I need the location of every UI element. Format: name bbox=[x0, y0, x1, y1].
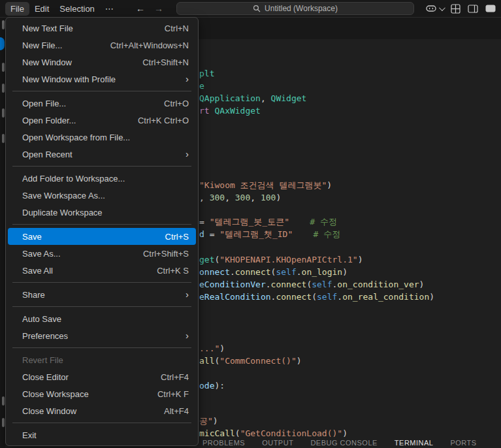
panel-tab-terminal[interactable]: TERMINAL bbox=[395, 439, 434, 448]
menu-item-shortcut: Ctrl+S bbox=[165, 232, 189, 242]
menu-item-label: Share bbox=[22, 290, 186, 300]
forward-icon[interactable]: → bbox=[154, 3, 163, 14]
file-menu: New Text FileCtrl+NNew File...Ctrl+Alt+W… bbox=[5, 17, 199, 446]
menu-separator bbox=[12, 91, 191, 91]
menu-separator bbox=[12, 282, 191, 283]
menu-item-shortcut: Ctrl+K S bbox=[157, 266, 189, 276]
menu-item-shortcut: Ctrl+O bbox=[164, 99, 189, 108]
menu-item-shortcut: Ctrl+K Ctrl+O bbox=[138, 116, 189, 125]
menubar: FileEditSelection⋯ bbox=[5, 0, 119, 17]
account-icon[interactable] bbox=[2, 396, 5, 406]
menu-item-label: Open Recent bbox=[22, 150, 186, 159]
menu-item-label: Auto Save bbox=[22, 314, 189, 324]
screen-layout-icon[interactable] bbox=[485, 5, 496, 12]
menu-item-duplicate-workspace[interactable]: Duplicate Workspace bbox=[8, 204, 196, 221]
menu-item-add-folder-to-workspace[interactable]: Add Folder to Workspace... bbox=[8, 170, 196, 187]
run-debug-icon[interactable] bbox=[2, 108, 5, 118]
menu-item-shortcut: Ctrl+N bbox=[165, 24, 189, 33]
explorer-badge bbox=[0, 37, 5, 50]
menu-item-preferences[interactable]: Preferences› bbox=[8, 327, 196, 344]
menu-separator bbox=[12, 423, 191, 423]
menu-item-label: Close Window bbox=[22, 406, 152, 416]
menu-item-new-file[interactable]: New File...Ctrl+Alt+Windows+N bbox=[8, 37, 196, 54]
menu-item-label: Duplicate Workspace bbox=[22, 208, 189, 217]
menu-item-close-window[interactable]: Close WindowAlt+F4 bbox=[8, 402, 196, 419]
menu-item-label: New Text File bbox=[22, 24, 153, 33]
menu-item-close-editor[interactable]: Close EditorCtrl+F4 bbox=[8, 368, 196, 385]
panel-tab-output[interactable]: OUTPUT bbox=[262, 439, 293, 448]
menubar-item-edit[interactable]: Edit bbox=[29, 2, 54, 16]
menu-item-label: Save As... bbox=[22, 249, 131, 259]
titlebar: FileEditSelection⋯ ← → Untitled (Workspa… bbox=[0, 0, 501, 18]
menu-item-label: Add Folder to Workspace... bbox=[22, 174, 189, 184]
search-icon bbox=[253, 5, 261, 12]
menu-item-label: Save All bbox=[22, 266, 145, 276]
menu-item-shortcut: Ctrl+K F bbox=[157, 389, 189, 399]
menu-item-shortcut: Ctrl+Shift+S bbox=[143, 249, 189, 259]
menu-item-open-file[interactable]: Open File...Ctrl+O bbox=[8, 95, 196, 112]
menu-item-label: Save bbox=[22, 232, 154, 242]
activity-bar bbox=[0, 17, 5, 448]
toggle-secondary-sidebar-icon[interactable] bbox=[468, 5, 478, 13]
chevron-down-icon bbox=[439, 5, 445, 11]
menu-item-shortcut: Ctrl+Shift+N bbox=[142, 57, 189, 67]
window-title: Untitled (Workspace) bbox=[265, 4, 338, 13]
history-nav: ← → bbox=[136, 0, 163, 17]
menu-item-revert-file: Revert File bbox=[8, 351, 196, 368]
menu-item-label: New Window bbox=[22, 57, 131, 67]
menu-item-save[interactable]: SaveCtrl+S bbox=[8, 228, 196, 245]
menu-separator bbox=[12, 166, 191, 167]
menu-separator bbox=[12, 347, 191, 348]
menu-item-label: Open File... bbox=[22, 99, 152, 108]
panel-tab-bar: PROBLEMSOUTPUTDEBUG CONSOLETERMINALPORTS bbox=[202, 439, 477, 448]
menu-separator bbox=[12, 306, 191, 307]
menu-item-label: Preferences bbox=[22, 331, 186, 341]
menu-item-new-text-file[interactable]: New Text FileCtrl+N bbox=[8, 20, 196, 37]
copilot-menu-button[interactable] bbox=[426, 5, 444, 12]
panel-tab-ports[interactable]: PORTS bbox=[450, 439, 476, 448]
panel-tab-problems[interactable]: PROBLEMS bbox=[202, 439, 245, 448]
back-icon[interactable]: ← bbox=[136, 3, 145, 14]
source-control-icon[interactable] bbox=[2, 84, 5, 93]
menu-item-shortcut: Ctrl+F4 bbox=[161, 372, 189, 382]
menu-separator bbox=[12, 224, 191, 225]
menu-item-save-all[interactable]: Save AllCtrl+K S bbox=[8, 262, 196, 279]
submenu-arrow-icon: › bbox=[186, 75, 189, 83]
menu-item-label: Exit bbox=[22, 430, 189, 440]
menu-item-label: Close Workspace bbox=[22, 389, 146, 399]
customize-layout-icon[interactable] bbox=[451, 4, 461, 14]
menu-item-save-as[interactable]: Save As...Ctrl+Shift+S bbox=[8, 245, 196, 262]
settings-gear-icon[interactable] bbox=[2, 418, 5, 427]
menu-item-open-workspace-from-file[interactable]: Open Workspace from File... bbox=[8, 129, 196, 146]
menu-item-exit[interactable]: Exit bbox=[8, 426, 196, 443]
menubar-item-selection[interactable]: Selection bbox=[54, 2, 99, 16]
submenu-arrow-icon: › bbox=[186, 291, 189, 298]
menu-item-open-folder[interactable]: Open Folder...Ctrl+K Ctrl+O bbox=[8, 112, 196, 129]
command-center[interactable]: Untitled (Workspace) bbox=[176, 2, 414, 15]
menu-item-label: Close Editor bbox=[22, 372, 149, 382]
menu-item-new-window[interactable]: New WindowCtrl+Shift+N bbox=[8, 54, 196, 71]
menu-item-new-window-with-profile[interactable]: New Window with Profile› bbox=[8, 71, 196, 88]
menu-item-auto-save[interactable]: Auto Save bbox=[8, 310, 196, 327]
submenu-arrow-icon: › bbox=[186, 150, 189, 158]
menu-item-shortcut: Alt+F4 bbox=[164, 406, 189, 416]
menu-item-label: New Window with Profile bbox=[22, 74, 186, 84]
menu-item-label: Revert File bbox=[22, 355, 189, 365]
panel-tab-debug-console[interactable]: DEBUG CONSOLE bbox=[310, 439, 377, 448]
menu-item-label: New File... bbox=[22, 40, 99, 50]
explorer-icon[interactable] bbox=[2, 20, 5, 29]
menu-item-share[interactable]: Share› bbox=[8, 286, 196, 303]
menu-item-save-workspace-as[interactable]: Save Workspace As... bbox=[8, 187, 196, 204]
menu-item-close-workspace[interactable]: Close WorkspaceCtrl+K F bbox=[8, 385, 196, 402]
menu-item-label: Open Workspace from File... bbox=[22, 133, 189, 142]
menubar-item-file[interactable]: File bbox=[5, 2, 29, 16]
search-icon[interactable] bbox=[2, 63, 5, 72]
menu-item-label: Save Workspace As... bbox=[22, 191, 189, 200]
menu-item-shortcut: Ctrl+Alt+Windows+N bbox=[110, 40, 189, 50]
menu-item-open-recent[interactable]: Open Recent› bbox=[8, 146, 196, 163]
titlebar-right-icons bbox=[426, 0, 496, 17]
copilot-icon bbox=[426, 5, 436, 12]
extensions-icon[interactable] bbox=[2, 134, 5, 143]
menubar-item-more[interactable]: ⋯ bbox=[100, 2, 119, 16]
submenu-arrow-icon: › bbox=[186, 332, 189, 340]
